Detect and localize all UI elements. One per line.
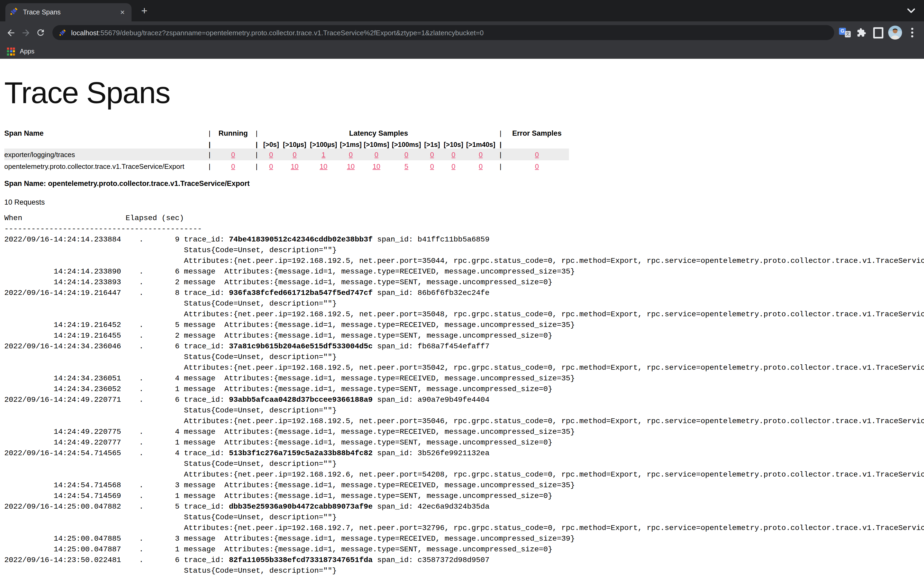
- back-icon[interactable]: [3, 25, 18, 40]
- latency-sample-link-cell: 0: [390, 148, 422, 160]
- latency-sample-link-cell: 0: [422, 148, 442, 160]
- latency-sample-link-cell: 0: [363, 148, 390, 160]
- opentelemetry-favicon-icon: [59, 29, 66, 36]
- trace-id-value: 513b3f1c276a7159c5a2a33b88b4fc82: [229, 449, 373, 457]
- col-running: Running: [214, 127, 252, 139]
- new-tab-button[interactable]: +: [138, 5, 151, 18]
- tab-strip: Trace Spans ✕ +: [0, 0, 924, 21]
- latency-sample-link-cell: 0: [442, 160, 465, 172]
- page-content: Trace Spans Span Name | Running | Latenc…: [0, 75, 924, 576]
- latency-bucket-header-row: ||[>0s][>10µs][>100µs][>1ms][>10ms][>100…: [4, 139, 569, 148]
- error-sample-link[interactable]: 0: [535, 150, 539, 158]
- tab-search-chevron-icon[interactable]: [907, 7, 916, 15]
- running-count-link-cell: 0: [214, 160, 252, 172]
- trace-log: When Elapsed (sec) ---------------------…: [4, 213, 924, 576]
- span-name: opentelemetry.proto.collector.trace.v1.T…: [4, 160, 205, 172]
- column-separator: |: [205, 139, 214, 148]
- latency-sample-link[interactable]: 0: [430, 162, 434, 170]
- latency-sample-link-cell: 0: [281, 148, 308, 160]
- latency-sample-link[interactable]: 0: [430, 150, 434, 158]
- latency-sample-link[interactable]: 0: [375, 150, 378, 158]
- browser-menu-kebab-icon[interactable]: [906, 26, 919, 39]
- column-separator: |: [496, 139, 505, 148]
- error-sample-link-cell: 0: [505, 148, 569, 160]
- browser-tab[interactable]: Trace Spans ✕: [5, 3, 132, 21]
- url-host: localhost: [71, 29, 99, 37]
- latency-sample-link-cell: 10: [363, 160, 390, 172]
- empty-cell: [505, 139, 569, 148]
- col-span-name: Span Name: [4, 127, 205, 139]
- latency-sample-link-cell: 1: [308, 148, 339, 160]
- latency-sample-link-cell: 10: [308, 160, 339, 172]
- latency-sample-link[interactable]: 0: [269, 150, 273, 158]
- profile-avatar[interactable]: [888, 26, 902, 40]
- span-summary-table: Span Name | Running | Latency Samples | …: [4, 127, 569, 172]
- running-count-link[interactable]: 0: [231, 150, 235, 158]
- browser-window: Trace Spans ✕ +: [0, 0, 924, 577]
- latency-sample-link[interactable]: 0: [479, 150, 483, 158]
- running-count-link[interactable]: 0: [231, 162, 235, 170]
- latency-sample-link-cell: 10: [339, 160, 363, 172]
- forward-icon[interactable]: [18, 25, 33, 40]
- latency-sample-link[interactable]: 10: [347, 162, 355, 170]
- trace-id-value: 74be418390512c42346cddb02e38bb3f: [229, 235, 373, 243]
- latency-sample-link[interactable]: 0: [404, 150, 408, 158]
- address-bar[interactable]: localhost:55679/debug/tracez?zspanname=o…: [52, 25, 834, 40]
- latency-sample-link[interactable]: 10: [373, 162, 380, 170]
- bookmarks-bar: Apps: [0, 44, 924, 59]
- bookmark-apps[interactable]: Apps: [20, 48, 34, 55]
- latency-sample-link[interactable]: 0: [452, 150, 455, 158]
- latency-sample-link-cell: 0: [422, 160, 442, 172]
- opentelemetry-favicon-icon: [10, 7, 18, 18]
- latency-sample-link-cell: 0: [465, 160, 496, 172]
- trace-id-value: dbb35e25936a90b4472cabb89073af9e: [229, 502, 373, 511]
- request-count: 10 Requests: [4, 198, 924, 206]
- column-separator: |: [252, 148, 261, 160]
- translate-icon[interactable]: G文: [838, 26, 851, 39]
- latency-bucket-label: [>100ms]: [390, 139, 422, 148]
- latency-sample-link-cell: 0: [465, 148, 496, 160]
- running-count-link-cell: 0: [214, 148, 252, 160]
- latency-sample-link[interactable]: 0: [479, 162, 483, 170]
- span-row: exporter/logging/traces|0|001000000|0: [4, 148, 569, 160]
- column-separator: |: [205, 148, 214, 160]
- reload-icon[interactable]: [33, 25, 48, 40]
- url-path: :55679/debug/tracez?zspanname=openteleme…: [99, 29, 484, 37]
- latency-sample-link[interactable]: 0: [452, 162, 455, 170]
- column-separator: |: [252, 139, 261, 148]
- column-separator: |: [496, 148, 505, 160]
- tab-close-icon[interactable]: ✕: [118, 8, 127, 17]
- latency-sample-link[interactable]: 10: [320, 162, 328, 170]
- col-error-samples: Error Samples: [505, 127, 569, 139]
- error-sample-link-cell: 0: [505, 160, 569, 172]
- trace-id-value: 82fa11055b338efcd733187347651fda: [229, 556, 373, 564]
- tab-title: Trace Spans: [23, 8, 118, 16]
- latency-sample-link-cell: 0: [261, 148, 281, 160]
- error-sample-link[interactable]: 0: [535, 162, 539, 170]
- side-panel-icon[interactable]: [872, 26, 884, 39]
- latency-bucket-label: [>1s]: [422, 139, 442, 148]
- latency-sample-link-cell: 0: [442, 148, 465, 160]
- col-latency-samples: Latency Samples: [261, 127, 496, 139]
- latency-bucket-label: [>0s]: [261, 139, 281, 148]
- page-title: Trace Spans: [4, 75, 924, 110]
- browser-toolbar: localhost:55679/debug/tracez?zspanname=o…: [0, 21, 924, 44]
- trace-id-value: 936fa38fcfed661712ba547f5ed747cf: [229, 288, 373, 297]
- latency-bucket-label: [>1ms]: [339, 139, 363, 148]
- latency-sample-link[interactable]: 0: [269, 162, 273, 170]
- latency-bucket-label: [>100µs]: [308, 139, 339, 148]
- extensions-puzzle-icon[interactable]: [855, 26, 868, 39]
- latency-sample-link-cell: 5: [390, 160, 422, 172]
- empty-cell: [4, 139, 205, 148]
- latency-sample-link-cell: 10: [281, 160, 308, 172]
- column-separator: |: [205, 127, 214, 139]
- selected-span-heading: Span Name: opentelemetry.proto.collector…: [4, 179, 924, 187]
- latency-sample-link-cell: 0: [261, 160, 281, 172]
- latency-sample-link[interactable]: 5: [404, 162, 408, 170]
- column-separator: |: [252, 127, 261, 139]
- latency-sample-link[interactable]: 0: [349, 150, 353, 158]
- latency-sample-link[interactable]: 10: [291, 162, 299, 170]
- latency-sample-link[interactable]: 1: [321, 150, 325, 158]
- latency-bucket-label: [>10µs]: [281, 139, 308, 148]
- latency-sample-link[interactable]: 0: [293, 150, 297, 158]
